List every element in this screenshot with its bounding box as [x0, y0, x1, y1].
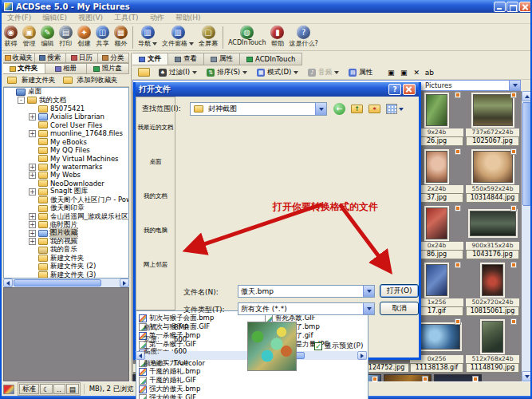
tree-expander-icon[interactable]: +: [29, 188, 36, 196]
tree-expander-icon[interactable]: +: [29, 113, 36, 120]
browser-tab[interactable]: 属性: [204, 53, 240, 65]
tree-expander-icon[interactable]: -: [18, 97, 25, 104]
scroll-right-icon[interactable]: [357, 351, 367, 360]
tree-expander-icon[interactable]: +: [29, 238, 36, 245]
file-item[interactable]: 强大的傲天.bmp: [139, 385, 265, 394]
maximize-button[interactable]: [506, 2, 518, 12]
scroll-left-icon[interactable]: [3, 279, 13, 287]
path-dropdown-button[interactable]: [509, 81, 520, 90]
back-button[interactable]: ←: [332, 102, 347, 116]
view-mode-icon-button[interactable]: ‥: [53, 384, 65, 394]
view-mode-icon-button[interactable]: ▤: [66, 384, 79, 394]
toolbar-button[interactable]: ▮ 帮助: [268, 25, 286, 49]
thumbnail-cell[interactable]: 737x672x24b 1025067.jpg: [466, 91, 519, 148]
tree-item[interactable]: 85075421: [4, 105, 128, 113]
file-item[interactable]: 强大的傲天.GIF: [139, 394, 265, 399]
folder-action-button[interactable]: 新建文件夹: [6, 76, 56, 85]
toolbar-button[interactable]: ▤ 打印: [57, 25, 75, 49]
menu-item[interactable]: 视图(V): [73, 13, 108, 23]
chevron-down-icon[interactable]: [363, 286, 374, 297]
toolbar-button[interactable]: ◉ 获得: [2, 25, 20, 49]
tree-expander-icon[interactable]: +: [29, 172, 36, 179]
chevron-down-icon[interactable]: [363, 303, 374, 314]
scrollbar-thumb[interactable]: [14, 279, 101, 286]
tree-item[interactable]: + My Webs: [4, 171, 128, 179]
open-button[interactable]: 打开(O): [380, 284, 419, 298]
tree-expander-icon[interactable]: +: [29, 213, 36, 220]
tree-item[interactable]: + My watermarks: [4, 163, 128, 171]
thumbnail-cell[interactable]: 512x768x24b 11148190.jpg: [466, 318, 519, 374]
toolbar-button[interactable]: ▢ 全屏幕: [196, 25, 220, 49]
places-item[interactable]: 桌面: [136, 138, 175, 165]
tree-expander-icon[interactable]: +: [29, 221, 36, 228]
dialog-help-button[interactable]: ?: [388, 84, 401, 95]
scrollbar-thumb[interactable]: [522, 102, 531, 206]
view-mode-button[interactable]: 标准: [19, 384, 39, 394]
file-operation-icon[interactable]: ab: [423, 67, 435, 78]
browser-toolbar-button[interactable]: ♠ 过滤(I): [155, 66, 201, 79]
toolbar-button[interactable]: ▥ 文件窗格: [160, 25, 196, 49]
toolbar-button[interactable]: ▥ 导航: [136, 25, 160, 49]
file-type-combobox[interactable]: 所有文件 (*.*): [238, 302, 375, 315]
thumbnail-image[interactable]: [384, 374, 432, 381]
scroll-down-icon[interactable]: [522, 371, 532, 381]
file-name-combobox[interactable]: 傲天.bmp: [238, 285, 375, 298]
panel-splitter[interactable]: [129, 53, 132, 381]
new-folder-button[interactable]: ✶: [367, 102, 382, 116]
left-panel-tab[interactable]: 搜索: [35, 53, 67, 63]
minimize-button[interactable]: [494, 2, 506, 12]
menu-item[interactable]: 帮助(H): [170, 13, 207, 23]
menu-item[interactable]: 工具(T): [108, 13, 144, 23]
tree-expander-icon[interactable]: +: [29, 230, 36, 237]
tree-expander-icon[interactable]: +: [29, 130, 36, 137]
browser-toolbar-button[interactable]: ⇅ 排序(S): [203, 66, 251, 79]
tree-item[interactable]: - 我的文档: [4, 96, 128, 104]
menu-item[interactable]: 编辑(E): [37, 13, 73, 23]
folder-up-icon[interactable]: [138, 68, 150, 77]
file-operation-icon[interactable]: ▣: [397, 67, 410, 78]
show-preview-checkbox[interactable]: ✓ 显示预览(P): [314, 341, 363, 351]
up-one-level-button[interactable]: ↑: [349, 102, 365, 116]
dialog-close-button[interactable]: [403, 84, 416, 95]
look-in-combobox[interactable]: 封神截图: [190, 102, 327, 116]
browser-toolbar-button[interactable]: ▦ 模式(D): [253, 66, 302, 79]
tree-item[interactable]: My QQ Files: [4, 146, 128, 154]
file-operation-icon[interactable]: ✕: [410, 67, 423, 78]
browser-tab[interactable]: 文件: [132, 53, 168, 65]
left-panel-tab[interactable]: 分类: [98, 53, 130, 63]
chevron-down-icon[interactable]: [315, 103, 326, 115]
left-panel-tab[interactable]: 相册: [45, 63, 88, 74]
toolbar-button[interactable]: ◍ ACDInTouch: [226, 25, 268, 47]
cancel-button[interactable]: 取消: [380, 302, 419, 315]
left-panel-tab[interactable]: 照片盘: [87, 63, 129, 74]
places-item[interactable]: 我的文档: [136, 172, 175, 200]
thumbnail-vertical-scrollbar[interactable]: [522, 91, 532, 381]
browser-tab[interactable]: 查看: [168, 53, 204, 65]
menu-item[interactable]: 文件(F): [2, 13, 37, 23]
checkbox-check-icon[interactable]: ✓: [314, 342, 322, 350]
scroll-right-icon[interactable]: [120, 279, 129, 287]
menu-item[interactable]: 动作: [144, 13, 170, 23]
left-panel-tab[interactable]: 文件夹: [3, 63, 45, 74]
tree-item[interactable]: My eBooks: [4, 138, 128, 146]
scroll-up-icon[interactable]: [522, 91, 532, 101]
close-button[interactable]: [519, 2, 531, 12]
tree-item[interactable]: Corel User Files: [4, 121, 128, 129]
places-item[interactable]: 我的电脑: [136, 207, 175, 234]
tree-expander-icon[interactable]: +: [29, 164, 36, 171]
places-item[interactable]: 网上邻居: [136, 241, 175, 268]
toolbar-button[interactable]: ▣ 管理: [20, 25, 38, 49]
browser-toolbar-button[interactable]: ▤ 属性: [345, 66, 376, 79]
thumbnail-cell[interactable]: 502x720x24b 10815061.jpg: [466, 261, 519, 318]
left-panel-tab[interactable]: 日历: [66, 53, 98, 63]
tree-item[interactable]: My Virtual Machines: [4, 154, 128, 162]
tree-horizontal-scrollbar[interactable]: [3, 279, 129, 287]
toolbar-button[interactable]: ✎ 编辑: [38, 25, 57, 49]
tree-item[interactable]: + muonline_17648.files: [4, 129, 128, 137]
tree-item[interactable]: 桌面: [4, 88, 128, 96]
thumbnail-cell[interactable]: 900x315x24b 1043176.jpg: [466, 204, 519, 261]
file-operation-icon[interactable]: ▣: [384, 67, 397, 78]
folder-action-button[interactable]: 添加到收藏夹: [62, 76, 118, 85]
left-panel-tab[interactable]: 收藏夹: [3, 53, 35, 63]
view-menu-button[interactable]: [384, 102, 405, 116]
